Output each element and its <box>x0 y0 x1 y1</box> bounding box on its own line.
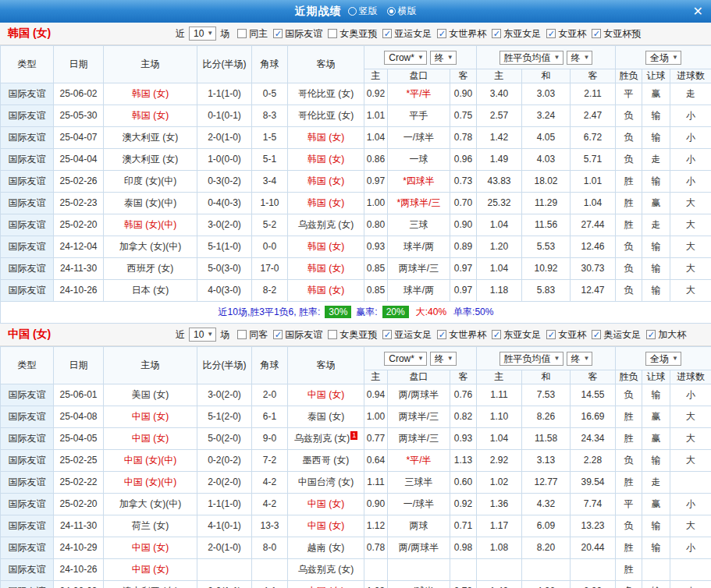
filter-checkbox[interactable]: 女奥亚预 <box>328 27 377 41</box>
handicap-result-cell: 走 <box>642 472 670 494</box>
filter-checkbox-label: 亚运女足 <box>394 27 432 41</box>
filter-checkbox[interactable]: 同客 <box>237 328 268 342</box>
filter-checkbox[interactable]: ✓女亚杯 <box>546 27 586 41</box>
away-team-cell: 哥伦比亚 (女) <box>288 83 364 105</box>
match-type-cell: 国际友谊 <box>1 384 54 406</box>
europe-draw-odds-cell: 3.03 <box>522 83 571 105</box>
away-team-cell: 泰国 (女) <box>288 406 364 428</box>
close-icon[interactable]: ✕ <box>693 5 703 18</box>
asia-away-odds-cell: 0.79 <box>450 581 477 588</box>
wdl-result-cell: 负 <box>616 450 642 472</box>
filter-checkbox-label: 亚运女足 <box>394 328 432 342</box>
column-header: 客场 <box>288 46 364 83</box>
europe-lose-odds-cell: 6.72 <box>571 127 616 149</box>
filter-checkbox[interactable]: ✓奥运女足 <box>592 328 641 342</box>
europe-lose-odds-cell: 14.55 <box>571 384 616 406</box>
filter-checkbox[interactable]: ✓东亚女足 <box>492 328 541 342</box>
away-team-cell: 韩国 (女) <box>288 280 364 302</box>
sub-column-header: 主 <box>364 69 388 83</box>
filter-checkbox[interactable]: ✓亚运女足 <box>382 328 432 342</box>
match-filter-bar: 近10▼场同客✓国际友谊女奥亚预✓亚运女足✓女世界杯✓东亚女足✓女亚杯✓奥运女足… <box>173 328 686 342</box>
corner-cell: 9-0 <box>252 428 288 450</box>
filter-checkbox[interactable]: ✓女世界杯 <box>437 27 486 41</box>
filter-checkbox[interactable]: ✓国际友谊 <box>273 328 322 342</box>
europe-lose-odds-cell: 30.73 <box>571 258 616 280</box>
asia-home-odds-cell: 1.01 <box>364 105 388 127</box>
results-table: 类型日期主场比分(半场)角球客场Crow*▼终▼胜平负均值▼终▼全场▼主盘口客主… <box>0 346 711 588</box>
europe-draw-odds-cell <box>522 559 571 581</box>
games-count-select[interactable]: 10▼ <box>189 27 216 41</box>
chevron-down-icon: ▼ <box>447 353 453 364</box>
sub-column-header: 胜负 <box>616 370 642 384</box>
checkbox-icon <box>237 330 247 339</box>
wdl-mean-select[interactable]: 胜平负均值▼ <box>499 51 563 65</box>
filter-checkbox[interactable]: 同主 <box>237 27 268 41</box>
europe-lose-odds-cell <box>571 559 616 581</box>
odds-company-select-value: Crow* <box>389 353 414 364</box>
match-date-cell: 25-02-22 <box>54 472 104 494</box>
sections-container: 韩国 (女)近10▼场同主✓国际友谊女奥亚预✓亚运女足✓女世界杯✓东亚女足✓女亚… <box>0 23 711 588</box>
games-count-select[interactable]: 10▼ <box>189 328 216 342</box>
chevron-down-icon: ▼ <box>207 28 213 39</box>
handicap-result-cell: 输 <box>642 515 670 537</box>
filter-checkbox[interactable]: 女奥亚预 <box>328 328 377 342</box>
asia-home-odds-cell: 0.94 <box>364 384 388 406</box>
sub-column-header: 让球 <box>642 69 670 83</box>
big-rate-text: 大:40% <box>416 306 446 317</box>
checkbox-icon: ✓ <box>646 330 656 339</box>
games-count-select-value: 10 <box>194 329 204 340</box>
wdl-mean-select[interactable]: 胜平负均值▼ <box>499 352 563 366</box>
europe-final-select[interactable]: 终▼ <box>567 352 593 366</box>
handicap-cell: 两球半/三 <box>388 258 450 280</box>
checkbox-icon: ✓ <box>382 29 392 38</box>
filter-checkbox[interactable]: ✓女亚杯预 <box>592 27 641 41</box>
europe-draw-odds-cell: 10.92 <box>522 258 571 280</box>
wdl-result-cell: 负 <box>616 581 642 588</box>
corner-cell: 17-0 <box>252 258 288 280</box>
chevron-down-icon: ▼ <box>584 52 590 63</box>
odds-company-select[interactable]: Crow*▼ <box>384 51 427 65</box>
asia-final-select[interactable]: 终▼ <box>430 51 457 65</box>
header-row-groups: 类型日期主场比分(半场)角球客场Crow*▼终▼胜平负均值▼终▼全场▼ <box>1 46 711 69</box>
filter-checkbox[interactable]: ✓亚运女足 <box>382 27 432 41</box>
odds-rate-label: 赢率: <box>356 306 377 317</box>
full-match-select[interactable]: 全场▼ <box>645 51 681 65</box>
full-match-select[interactable]: 全场▼ <box>645 352 681 366</box>
asia-away-odds-cell: 0.78 <box>450 127 477 149</box>
europe-draw-odds-cell: 5.83 <box>522 280 571 302</box>
filter-checkbox[interactable]: ✓加大杯 <box>646 328 686 342</box>
asia-away-odds-cell: 0.70 <box>450 193 477 214</box>
filter-checkbox-label: 加大杯 <box>658 328 686 342</box>
corner-cell: 1-10 <box>252 193 288 214</box>
handicap-result-cell: 输 <box>642 127 670 149</box>
odds-company-select[interactable]: Crow*▼ <box>384 352 427 366</box>
away-team-cell: 乌兹别克 (女)1 <box>288 428 364 450</box>
filter-checkbox[interactable]: ✓东亚女足 <box>492 27 541 41</box>
wdl-result-cell: 负 <box>616 515 642 537</box>
filter-checkbox[interactable]: ✓女世界杯 <box>437 328 486 342</box>
home-team-cell: 韩国 (女) <box>104 105 197 127</box>
wdl-result-cell: 负 <box>616 149 642 171</box>
asia-away-odds-cell: 0.60 <box>450 472 477 494</box>
sub-column-header: 客 <box>450 370 477 384</box>
europe-final-select[interactable]: 终▼ <box>567 51 593 65</box>
home-team-cell: 中国 (女) <box>104 406 197 428</box>
europe-draw-odds-cell: 4.26 <box>522 581 571 588</box>
horizontal-layout-radio[interactable]: 横版 <box>387 5 417 18</box>
filter-checkbox[interactable]: ✓女亚杯 <box>546 328 586 342</box>
match-type-cell: 国际友谊 <box>1 515 54 537</box>
handicap-result-cell: 输 <box>642 384 670 406</box>
europe-draw-odds-cell: 18.02 <box>522 171 571 193</box>
asia-final-select[interactable]: 终▼ <box>430 352 457 366</box>
corner-cell: 7-2 <box>252 450 288 472</box>
europe-win-odds-cell: 1.20 <box>477 236 522 258</box>
europe-win-odds-cell: 3.40 <box>477 83 522 105</box>
europe-lose-odds-cell: 24.34 <box>571 428 616 450</box>
corner-cell: 2-0 <box>252 384 288 406</box>
filter-checkbox[interactable]: ✓国际友谊 <box>273 27 322 41</box>
asia-odds-group-header: Crow*▼终▼ <box>364 46 477 69</box>
table-header: 类型日期主场比分(半场)角球客场Crow*▼终▼胜平负均值▼终▼全场▼主盘口客主… <box>1 46 711 83</box>
vertical-layout-radio[interactable]: 竖版 <box>348 5 378 18</box>
home-team-cell: 澳大利亚 (女) <box>104 149 197 171</box>
asia-home-odds-cell: 0.85 <box>364 258 388 280</box>
